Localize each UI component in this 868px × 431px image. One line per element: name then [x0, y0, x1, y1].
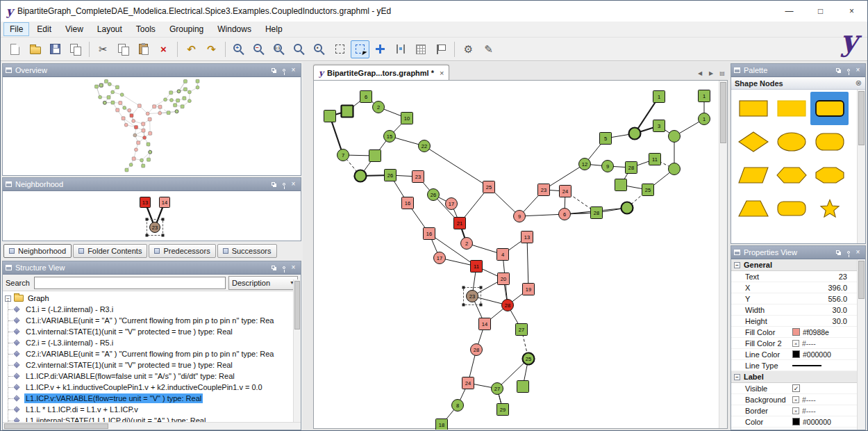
structure-item[interactable]: C2.i = (-L3.iinternal) - R5.i	[3, 337, 301, 348]
pin-panel-button[interactable]	[279, 180, 288, 189]
palette-section-header[interactable]: Shape Nodes ⊗	[731, 77, 865, 90]
property-value[interactable]: 556.0	[792, 295, 865, 303]
property-value[interactable]: ×#----	[792, 339, 865, 348]
open-document-button[interactable]	[26, 40, 44, 58]
graph-node[interactable]	[103, 101, 106, 104]
graph-node[interactable]	[669, 163, 681, 175]
zoom-1-1-button[interactable]: 1:1	[270, 40, 289, 58]
graph-node[interactable]	[176, 99, 180, 102]
minimize-button[interactable]: —	[774, 1, 805, 22]
float-panel-button[interactable]	[834, 248, 843, 257]
menu-edit[interactable]: Edit	[31, 22, 58, 36]
structure-item[interactable]: C1.i = (-L2.iinternal) - R3.i	[3, 304, 301, 315]
graph-node[interactable]	[196, 79, 199, 83]
graph-node[interactable]	[99, 83, 103, 87]
palette-shape-ellipse[interactable]	[772, 125, 810, 158]
graph-node[interactable]	[147, 158, 151, 161]
no-color-checkbox[interactable]: ×	[792, 407, 799, 414]
structure-item[interactable]: L1.L * L1.ICP.di = L1.v + L1.ICP.v	[3, 404, 301, 415]
graph-node[interactable]	[169, 99, 173, 102]
copy-button[interactable]	[114, 40, 133, 58]
undo-button[interactable]: ↶	[182, 40, 201, 58]
graph-node[interactable]	[128, 108, 131, 112]
canvas-vscroll-thumb[interactable]	[720, 82, 726, 143]
float-panel-button[interactable]	[269, 263, 278, 273]
menu-windows[interactable]: Windows	[211, 22, 258, 36]
graph-node[interactable]	[355, 170, 367, 182]
graph-node[interactable]	[124, 123, 128, 127]
menu-view[interactable]: View	[59, 22, 90, 36]
graph-node[interactable]	[111, 90, 115, 94]
palette-vscroll-thumb[interactable]	[858, 91, 865, 145]
preferences-button[interactable]: ✎	[479, 40, 498, 58]
pan-tool-button[interactable]	[371, 40, 390, 58]
graph-node[interactable]	[142, 164, 145, 168]
graph-node[interactable]	[122, 117, 125, 120]
close-panel-button[interactable]: ×	[289, 180, 298, 189]
property-row[interactable]: Text23	[731, 271, 865, 282]
menu-file[interactable]: File	[3, 22, 29, 36]
structure-item[interactable]: L1.ICP.v + k1.inductiveCouplePin1.v + k2…	[3, 382, 301, 393]
tab-list-button[interactable]: ▤	[717, 67, 728, 79]
save-all-button[interactable]	[66, 40, 85, 58]
property-value[interactable]: ×#----	[792, 407, 865, 415]
graph-node[interactable]	[111, 101, 115, 104]
graph-canvas[interactable]: 6210157222623261617252116217114132023281…	[314, 81, 719, 430]
graph-node[interactable]	[621, 202, 633, 214]
graph-node[interactable]	[169, 91, 173, 95]
close-panel-button[interactable]: ×	[289, 66, 298, 75]
fit-content-button[interactable]	[290, 40, 309, 58]
graph-node[interactable]	[125, 168, 128, 172]
palette-shape-barrel[interactable]	[810, 125, 849, 158]
graph-node[interactable]	[132, 120, 135, 123]
float-panel-button[interactable]	[834, 66, 843, 75]
palette-shape-round-rectangle-2[interactable]	[772, 192, 810, 225]
float-panel-button[interactable]	[269, 66, 278, 75]
graph-node[interactable]	[130, 114, 133, 117]
graph-node[interactable]	[183, 97, 186, 100]
pin-panel-button[interactable]	[279, 263, 288, 273]
menu-help[interactable]: Help	[259, 22, 289, 36]
graph-node[interactable]	[120, 93, 124, 97]
graph-node[interactable]	[99, 95, 102, 99]
graph-node[interactable]	[116, 108, 119, 112]
property-row[interactable]: Fill Color#f0988e	[731, 327, 865, 338]
maximize-button[interactable]: □	[805, 1, 836, 22]
property-row[interactable]: Width30.0	[731, 304, 865, 316]
visible-checkbox[interactable]: ✓	[792, 384, 800, 392]
graph-node[interactable]	[324, 111, 336, 122]
graph-node[interactable]	[134, 148, 137, 152]
graph-node[interactable]	[369, 150, 381, 162]
property-row[interactable]: Height30.0	[731, 316, 865, 327]
property-row[interactable]: Y556.0	[731, 293, 865, 304]
property-row[interactable]: Background×#----	[731, 394, 865, 405]
structure-item[interactable]: C2.vinternal:STATE(1)(unit = "V" protect…	[3, 359, 301, 371]
pin-panel-button[interactable]	[279, 66, 288, 75]
close-panel-button[interactable]: ×	[853, 66, 862, 75]
property-row[interactable]: Fill Color 2×#----	[731, 338, 865, 349]
structure-hscroll-thumb[interactable]	[4, 423, 108, 429]
graph-node[interactable]	[158, 105, 162, 108]
graph-node[interactable]	[187, 99, 191, 103]
property-row[interactable]: Visible✓	[731, 383, 865, 394]
collapse-icon[interactable]: −	[734, 262, 740, 268]
graph-node[interactable]	[142, 122, 145, 126]
graph-node[interactable]	[132, 157, 135, 161]
tab-neighborhood[interactable]: Neighborhood	[3, 244, 72, 258]
structure-item[interactable]: L1.iinternal:STATE(1,L1.ICP.di)(unit = "…	[3, 415, 301, 422]
property-value[interactable]: #000000	[792, 418, 865, 426]
graph-node[interactable]	[629, 128, 641, 140]
graph-node[interactable]	[119, 101, 122, 105]
graph-node[interactable]	[177, 90, 181, 93]
graph-node[interactable]	[153, 105, 156, 108]
prev-tab-button[interactable]: ◀	[694, 67, 706, 79]
structure-item[interactable]: L1.ICP.di:VARIABLE(flow=false unit = "A/…	[3, 371, 301, 382]
structure-item[interactable]: C2.i:VARIABLE(unit = "A" ) "Current flow…	[3, 348, 301, 359]
select-tool-button[interactable]	[351, 40, 369, 58]
tab-folder-contents[interactable]: Folder Contents	[73, 244, 147, 258]
zoom-to-selection-button[interactable]: ▪	[310, 40, 329, 58]
graph-node[interactable]	[342, 106, 353, 117]
graph-node[interactable]	[147, 143, 150, 146]
redo-button[interactable]: ↷	[202, 40, 221, 58]
graph-node[interactable]	[174, 104, 177, 107]
